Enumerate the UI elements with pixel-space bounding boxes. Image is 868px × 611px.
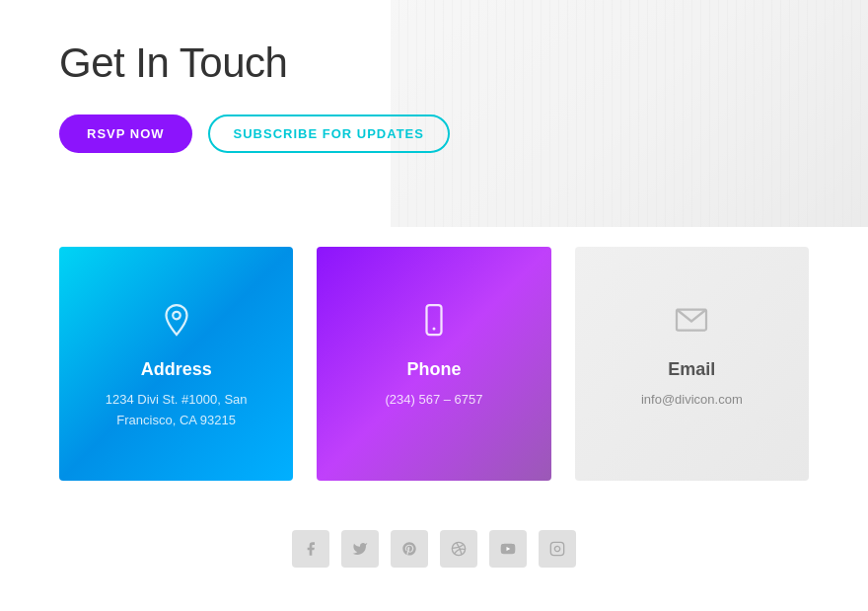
- phone-card: Phone (234) 567 – 6757: [317, 247, 550, 481]
- instagram-button[interactable]: [539, 530, 576, 568]
- twitter-button[interactable]: [341, 530, 379, 568]
- youtube-button[interactable]: [489, 530, 527, 568]
- dribbble-button[interactable]: [440, 530, 477, 568]
- rsvp-button[interactable]: RSVP NOW: [59, 115, 192, 153]
- address-card: Address 1234 Divi St. #1000, San Francis…: [59, 247, 293, 481]
- phone-card-title: Phone: [406, 359, 461, 380]
- phone-card-detail: (234) 567 – 6757: [385, 390, 482, 411]
- location-pin-icon: [153, 296, 200, 344]
- pinterest-button[interactable]: [391, 530, 428, 568]
- hero-content: Get In Touch RSVP NOW SUBSCRIBE FOR UPDA…: [59, 39, 809, 153]
- hero-section: Get In Touch RSVP NOW SUBSCRIBE FOR UPDA…: [0, 0, 868, 227]
- email-card: Email info@divicon.com: [575, 247, 809, 481]
- svg-point-0: [173, 312, 181, 320]
- page-title: Get In Touch: [59, 39, 809, 87]
- address-card-title: Address: [141, 359, 212, 380]
- svg-rect-6: [550, 542, 563, 555]
- phone-icon: [410, 296, 458, 344]
- facebook-button[interactable]: [292, 530, 329, 568]
- email-icon: [668, 296, 715, 344]
- buttons-row: RSVP NOW SUBSCRIBE FOR UPDATES: [59, 115, 809, 153]
- subscribe-button[interactable]: SUBSCRIBE FOR UPDATES: [208, 115, 450, 153]
- email-card-detail: info@divicon.com: [641, 390, 743, 411]
- email-card-title: Email: [668, 359, 715, 380]
- address-card-detail: 1234 Divi St. #1000, San Francisco, CA 9…: [89, 390, 263, 431]
- social-section: [0, 520, 868, 607]
- cards-section: Address 1234 Divi St. #1000, San Francis…: [0, 227, 868, 520]
